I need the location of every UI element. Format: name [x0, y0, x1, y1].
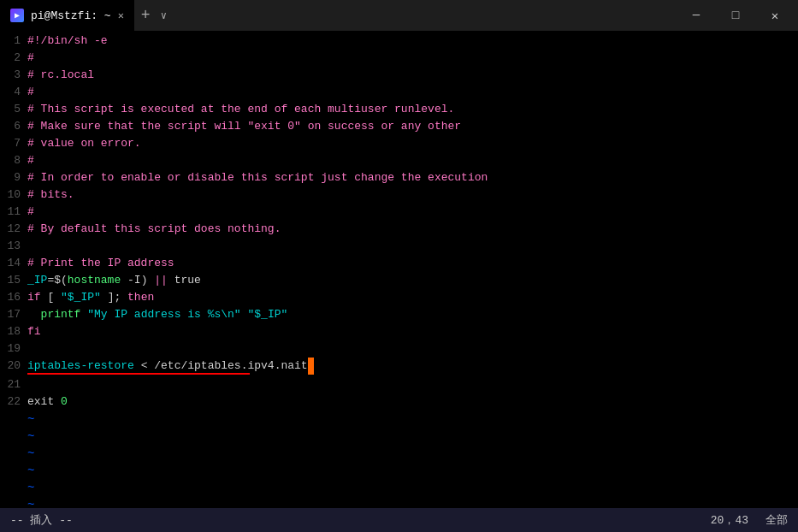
titlebar: ▶ pi@Mstzfi: ~ ✕ + ∨ ─ □ ✕ — [0, 0, 798, 31]
line-number: 20 — [0, 358, 27, 375]
line-number: 17 — [0, 306, 27, 323]
tilde-line: ~ — [0, 496, 798, 508]
comment-token: # — [27, 154, 34, 167]
tab-close-button[interactable]: ✕ — [118, 9, 124, 22]
minimize-button[interactable]: ─ — [677, 0, 716, 31]
operator-token: || — [154, 274, 168, 287]
tab-dropdown-button[interactable]: ∨ — [157, 9, 170, 22]
code-line: 16if [ "$_IP" ]; then — [0, 289, 798, 306]
variable-token: _IP — [27, 274, 47, 287]
line-number: 16 — [0, 289, 27, 306]
tilde-marker: ~ — [27, 445, 34, 462]
line-number: 8 — [0, 152, 27, 169]
command-token: iptables-restore — [27, 359, 134, 372]
new-tab-button[interactable]: + — [134, 7, 157, 24]
line-text: fi — [27, 323, 798, 340]
line-text: printf "My IP address is %s\n" "$_IP" — [27, 306, 798, 323]
tilde-marker: ~ — [27, 479, 34, 496]
line-number: 13 — [0, 238, 27, 255]
line-text: # rc.local — [27, 67, 798, 84]
code-line: 10# bits. — [0, 186, 798, 204]
code-line: 6# Make sure that the script will "exit … — [0, 118, 798, 135]
plain-token: =$( — [47, 274, 67, 287]
line-number: 19 — [0, 340, 27, 358]
code-line: 2# — [0, 50, 798, 67]
code-line: 22exit 0 — [0, 393, 798, 411]
error-underline — [27, 373, 250, 375]
line-text: # — [27, 152, 798, 169]
code-line: 5# This script is executed at the end of… — [0, 101, 798, 118]
comment-token: # rc.local — [27, 68, 94, 81]
code-line: 1#!/bin/sh -e — [0, 33, 798, 50]
statusbar-right: 20，43 全部 — [711, 512, 788, 528]
text-cursor — [308, 358, 315, 375]
keyword-token: if — [27, 291, 41, 304]
comment-token: # — [27, 205, 34, 218]
comment-token: # bits. — [27, 188, 74, 201]
window-controls: ─ □ ✕ — [677, 0, 798, 31]
line-number: 1 — [0, 33, 27, 50]
line-number: 14 — [0, 255, 27, 272]
plain-token: exit — [27, 395, 61, 408]
comment-token: # — [27, 86, 34, 98]
close-button[interactable]: ✕ — [755, 0, 795, 31]
line-text: # This script is executed at the end of … — [27, 101, 798, 118]
comment-token: # In order to enable or disable this scr… — [27, 171, 488, 184]
line-text: # Make sure that the script will "exit 0… — [27, 118, 798, 135]
string-token: "My IP address is %s\n" — [87, 308, 240, 321]
comment-token: # value on error. — [27, 137, 141, 150]
line-text: # In order to enable or disable this scr… — [27, 169, 798, 186]
line-number: 7 — [0, 135, 27, 152]
string-token: "$_IP" — [61, 291, 101, 304]
comment-token: # Print the IP address — [27, 257, 174, 269]
tab-area: ▶ pi@Mstzfi: ~ ✕ + ∨ — [0, 0, 677, 31]
line-number: 10 — [0, 186, 27, 204]
editor: 1#!/bin/sh -e2#3# rc.local4#5# This scri… — [0, 31, 798, 508]
line-text: #!/bin/sh -e — [27, 33, 798, 50]
cursor-position: 20，43 — [711, 512, 748, 528]
comment-token: # Make sure that the script will "exit 0… — [27, 120, 461, 133]
tilde-line: ~ — [0, 445, 798, 462]
comment-token: # By default this script does nothing. — [27, 222, 281, 235]
line-text: # Print the IP address — [27, 255, 798, 272]
string-token: "$_IP" — [247, 308, 287, 321]
plain-token: -I) — [121, 274, 154, 287]
comment-token: #!/bin/sh -e — [27, 34, 108, 47]
editor-content[interactable]: 1#!/bin/sh -e2#3# rc.local4#5# This scri… — [0, 31, 798, 508]
line-number: 22 — [0, 393, 27, 411]
line-text: # — [27, 50, 798, 67]
tilde-marker: ~ — [27, 428, 34, 445]
plain-token — [27, 308, 41, 321]
line-number: 5 — [0, 101, 27, 118]
line-number: 9 — [0, 169, 27, 186]
tilde-line: ~ — [0, 411, 798, 428]
scroll-position: 全部 — [765, 512, 788, 528]
code-line: 13 — [0, 238, 798, 255]
line-number: 4 — [0, 84, 27, 101]
tilde-line: ~ — [0, 479, 798, 496]
line-text: # — [27, 204, 798, 221]
keyword-token: then — [127, 291, 154, 304]
code-line: 20iptables-restore < /etc/iptables.ipv4.… — [0, 358, 798, 375]
maximize-button[interactable]: □ — [716, 0, 755, 31]
line-text: _IP=$(hostname -I) || true — [27, 272, 798, 289]
statusbar: -- 插入 -- 20，43 全部 — [0, 508, 798, 532]
active-tab[interactable]: ▶ pi@Mstzfi: ~ ✕ — [0, 0, 134, 31]
code-line: 8# — [0, 152, 798, 169]
code-line: 9# In order to enable or disable this sc… — [0, 169, 798, 186]
tab-label: pi@Mstzfi: ~ — [31, 9, 111, 22]
code-line: 21 — [0, 376, 798, 393]
line-number: 11 — [0, 204, 27, 221]
code-line: 19 — [0, 340, 798, 358]
plain-token: < /etc/iptables.ipv4.nait — [134, 359, 308, 372]
line-text: # value on error. — [27, 135, 798, 152]
line-number: 21 — [0, 376, 27, 393]
code-line: 18fi — [0, 323, 798, 340]
line-text: # — [27, 84, 798, 101]
plain-token: ]; — [101, 291, 127, 304]
line-number: 3 — [0, 67, 27, 84]
plain-token: [ — [41, 291, 61, 304]
line-text: if [ "$_IP" ]; then — [27, 289, 798, 306]
comment-token: # This script is executed at the end of … — [27, 103, 454, 115]
line-text: # By default this script does nothing. — [27, 221, 798, 238]
